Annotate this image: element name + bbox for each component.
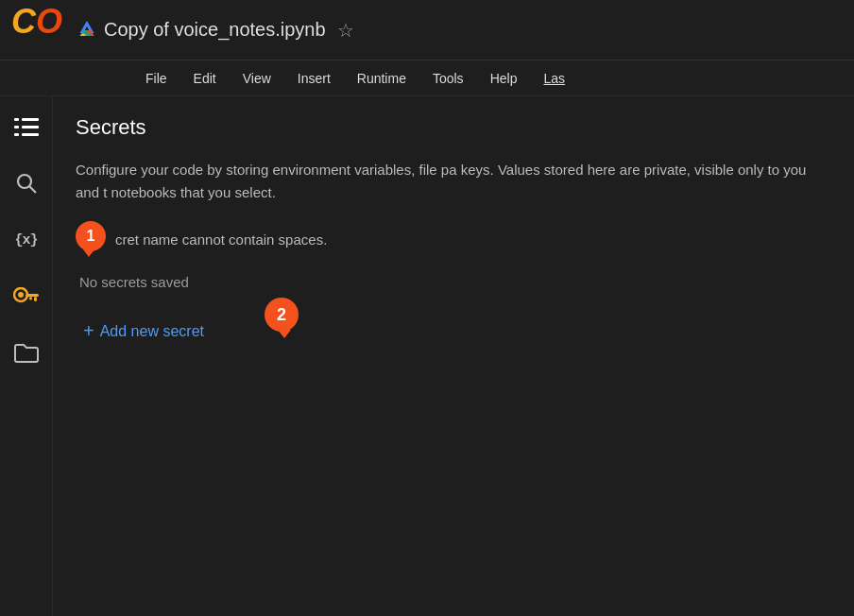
menu-runtime[interactable]: Runtime	[344, 65, 419, 92]
svg-rect-2	[22, 126, 39, 128]
sidebar-icon-list[interactable]	[11, 111, 42, 142]
description-text: Configure your code by storing environme…	[76, 159, 812, 204]
add-secret-row: + Add new secret 2	[76, 317, 831, 346]
star-icon[interactable]: ☆	[337, 19, 354, 42]
menu-view[interactable]: View	[230, 65, 284, 92]
warning-row: 1 cret name cannot contain spaces.	[76, 221, 831, 257]
menu-insert[interactable]: Insert	[284, 65, 344, 92]
menu-edit[interactable]: Edit	[180, 65, 230, 92]
svg-rect-11	[26, 294, 39, 297]
svg-rect-13	[29, 297, 32, 300]
content-panel: Secrets Configure your code by storing e…	[53, 96, 854, 616]
logo-area: CO	[11, 2, 68, 59]
top-bar: CO Copy of voice_notes.ipynb ☆	[0, 0, 854, 60]
svg-rect-4	[14, 118, 19, 121]
main-area: {x} Secrets Configure your code by stori…	[0, 96, 854, 616]
svg-point-7	[18, 175, 31, 188]
menu-tools[interactable]: Tools	[419, 65, 477, 92]
add-secret-button[interactable]: + Add new secret	[76, 317, 212, 346]
svg-rect-6	[14, 133, 19, 136]
badge-2: 2	[265, 298, 299, 332]
gdrive-icon	[76, 17, 98, 43]
sidebar-icon-variable[interactable]: {x}	[11, 225, 42, 255]
notebook-title: Copy of voice_notes.ipynb	[104, 19, 326, 41]
badge-2-container: 2	[265, 298, 299, 332]
co-logo: CO	[11, 2, 68, 59]
svg-point-10	[18, 292, 24, 298]
menu-help[interactable]: Help	[477, 65, 531, 92]
sidebar-icon-folder[interactable]	[11, 338, 42, 368]
svg-line-8	[29, 187, 36, 194]
badge-1: 1	[76, 221, 106, 251]
menu-file[interactable]: File	[132, 65, 180, 92]
sidebar-icon-search[interactable]	[11, 168, 42, 198]
add-secret-label: Add new secret	[100, 323, 204, 340]
svg-rect-12	[34, 297, 37, 301]
menu-bar: File Edit View Insert Runtime Tools Help…	[0, 60, 854, 96]
sidebar: {x}	[0, 96, 53, 616]
svg-rect-5	[14, 126, 19, 128]
variable-label: {x}	[14, 232, 37, 248]
warning-text: cret name cannot contain spaces.	[115, 231, 327, 248]
plus-sign: +	[83, 320, 94, 342]
sidebar-icon-key[interactable]	[11, 282, 42, 312]
svg-rect-3	[22, 133, 39, 136]
no-secrets-text: No secrets saved	[79, 274, 831, 290]
menu-last[interactable]: Las	[530, 65, 578, 92]
svg-rect-1	[22, 118, 39, 121]
logo-c: C	[11, 2, 36, 41]
panel-title: Secrets	[76, 115, 831, 140]
logo-o: O	[36, 2, 62, 41]
